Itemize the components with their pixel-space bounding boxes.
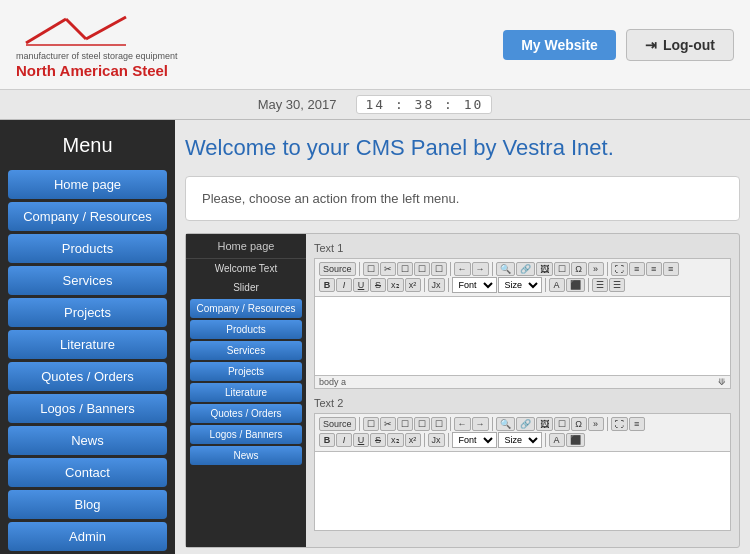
tb2-image[interactable]: 🖼 bbox=[536, 417, 553, 431]
tb-redo[interactable]: → bbox=[472, 262, 489, 276]
mini-sidebar-logos-banners[interactable]: Logos / Banners bbox=[190, 425, 302, 444]
sidebar-item-products[interactable]: Products bbox=[8, 234, 167, 263]
tb2-size-select[interactable]: Size bbox=[498, 432, 542, 448]
tb2-link[interactable]: 🔗 bbox=[516, 417, 535, 431]
svg-line-2 bbox=[86, 17, 126, 39]
tb2-font-color[interactable]: A bbox=[549, 433, 565, 447]
editor-resize-icon-1: ⟱ bbox=[718, 377, 726, 387]
tb-templates[interactable]: ☐ bbox=[363, 262, 379, 276]
tb-image[interactable]: 🖼 bbox=[536, 262, 553, 276]
tb-bullet-list[interactable]: ☰ bbox=[609, 278, 625, 292]
tb-strike[interactable]: S bbox=[370, 278, 386, 292]
tb-bold[interactable]: B bbox=[319, 278, 335, 292]
toolbar-row-2: B I U S x₂ x² Jx Font bbox=[319, 277, 726, 293]
tb2-special-char[interactable]: Ω bbox=[571, 417, 587, 431]
tb-source[interactable]: Source bbox=[319, 262, 356, 276]
tb-center[interactable]: ≡ bbox=[646, 262, 662, 276]
mini-sidebar-services[interactable]: Services bbox=[190, 341, 302, 360]
sidebar-item-quotes-orders[interactable]: Quotes / Orders bbox=[8, 362, 167, 391]
sidebar-title: Menu bbox=[0, 120, 175, 167]
tb-sep-5 bbox=[424, 278, 425, 292]
toolbar-row-4: B I U S x₂ x² Jx Font bbox=[319, 432, 726, 448]
tb-bg-color[interactable]: ⬛ bbox=[566, 278, 585, 292]
tb-size-select[interactable]: Size bbox=[498, 277, 542, 293]
sidebar-item-news[interactable]: News bbox=[8, 426, 167, 455]
toolbar-row-1: Source ☐ ✂ ☐ ☐ ☐ ← → 🔍 🔗 bbox=[319, 262, 726, 276]
mini-sidebar-projects[interactable]: Projects bbox=[190, 362, 302, 381]
tb-superscript[interactable]: x² bbox=[405, 278, 421, 292]
mini-sidebar-company-resources[interactable]: Company / Resources bbox=[190, 299, 302, 318]
tb-subscript[interactable]: x₂ bbox=[387, 278, 404, 292]
logout-button[interactable]: ⇥ Log-out bbox=[626, 29, 734, 61]
sidebar-item-blog[interactable]: Blog bbox=[8, 490, 167, 519]
tb2-bold[interactable]: B bbox=[319, 433, 335, 447]
tb2-superscript[interactable]: x² bbox=[405, 433, 421, 447]
tb2-paste-text[interactable]: ☐ bbox=[431, 417, 447, 431]
main-layout: Menu Home page Company / Resources Produ… bbox=[0, 120, 750, 554]
tb-find[interactable]: 🔍 bbox=[496, 262, 515, 276]
tb-right[interactable]: ≡ bbox=[663, 262, 679, 276]
sidebar-item-home-page[interactable]: Home page bbox=[8, 170, 167, 199]
tb2-source[interactable]: Source bbox=[319, 417, 356, 431]
tb2-align[interactable]: ≡ bbox=[629, 417, 645, 431]
mini-sidebar-literature[interactable]: Literature bbox=[190, 383, 302, 402]
mini-sidebar: Home page Welcome Text Slider Company / … bbox=[186, 234, 306, 547]
tb2-font-select[interactable]: Font bbox=[452, 432, 497, 448]
tb2-subscript[interactable]: x₂ bbox=[387, 433, 404, 447]
sidebar-item-services[interactable]: Services bbox=[8, 266, 167, 295]
sidebar-item-projects[interactable]: Projects bbox=[8, 298, 167, 327]
tb2-templates[interactable]: ☐ bbox=[363, 417, 379, 431]
welcome-text-label: Welcome Text bbox=[186, 259, 306, 278]
tb2-redo[interactable]: → bbox=[472, 417, 489, 431]
tb-table[interactable]: ☐ bbox=[554, 262, 570, 276]
editor-area: Text 1 Source ☐ ✂ ☐ ☐ ☐ ← → bbox=[306, 234, 739, 547]
tb2-bg-color[interactable]: ⬛ bbox=[566, 433, 585, 447]
tb-paste-text[interactable]: ☐ bbox=[431, 262, 447, 276]
tb-font-select[interactable]: Font bbox=[452, 277, 497, 293]
tb-maximize[interactable]: ⛶ bbox=[611, 262, 628, 276]
editor-status-1: body a ⟱ bbox=[314, 376, 731, 389]
tb-italic[interactable]: I bbox=[336, 278, 352, 292]
mini-sidebar-quotes-orders[interactable]: Quotes / Orders bbox=[190, 404, 302, 423]
tb2-underline[interactable]: U bbox=[353, 433, 369, 447]
tb2-maximize[interactable]: ⛶ bbox=[611, 417, 628, 431]
tb2-undo[interactable]: ← bbox=[454, 417, 471, 431]
mini-sidebar-title: Home page bbox=[186, 234, 306, 259]
tb-undo[interactable]: ← bbox=[454, 262, 471, 276]
tb-sep-1 bbox=[359, 262, 360, 276]
tb-sep-2 bbox=[450, 262, 451, 276]
tb2-remove-format[interactable]: Jx bbox=[428, 433, 445, 447]
editor-body-1[interactable] bbox=[314, 296, 731, 376]
tb-copy[interactable]: ☐ bbox=[397, 262, 413, 276]
tb-cut[interactable]: ✂ bbox=[380, 262, 396, 276]
tb-remove-format[interactable]: Jx bbox=[428, 278, 445, 292]
tb2-cut[interactable]: ✂ bbox=[380, 417, 396, 431]
tb-numbered-list[interactable]: ☰ bbox=[592, 278, 608, 292]
tb-special-char[interactable]: Ω bbox=[571, 262, 587, 276]
tb2-paste[interactable]: ☐ bbox=[414, 417, 430, 431]
sidebar-item-admin[interactable]: Admin bbox=[8, 522, 167, 551]
tb2-quote[interactable]: » bbox=[588, 417, 604, 431]
tb2-strike[interactable]: S bbox=[370, 433, 386, 447]
tb-left[interactable]: ≡ bbox=[629, 262, 645, 276]
text2-label: Text 2 bbox=[314, 397, 731, 409]
tb2-italic[interactable]: I bbox=[336, 433, 352, 447]
tb-paste[interactable]: ☐ bbox=[414, 262, 430, 276]
tb-link[interactable]: 🔗 bbox=[516, 262, 535, 276]
tb2-table[interactable]: ☐ bbox=[554, 417, 570, 431]
editor-body-2[interactable] bbox=[314, 451, 731, 531]
tb-quote[interactable]: » bbox=[588, 262, 604, 276]
sidebar-item-literature[interactable]: Literature bbox=[8, 330, 167, 359]
tb2-find[interactable]: 🔍 bbox=[496, 417, 515, 431]
tb-font-color[interactable]: A bbox=[549, 278, 565, 292]
sidebar-item-contact[interactable]: Contact bbox=[8, 458, 167, 487]
mini-sidebar-news[interactable]: News bbox=[190, 446, 302, 465]
text1-label: Text 1 bbox=[314, 242, 731, 254]
mini-sidebar-products[interactable]: Products bbox=[190, 320, 302, 339]
my-website-button[interactable]: My Website bbox=[503, 30, 616, 60]
sidebar-item-company-resources[interactable]: Company / Resources bbox=[8, 202, 167, 231]
tb-underline[interactable]: U bbox=[353, 278, 369, 292]
tb-sep-7 bbox=[545, 278, 546, 292]
sidebar-item-logos-banners[interactable]: Logos / Banners bbox=[8, 394, 167, 423]
tb2-copy[interactable]: ☐ bbox=[397, 417, 413, 431]
